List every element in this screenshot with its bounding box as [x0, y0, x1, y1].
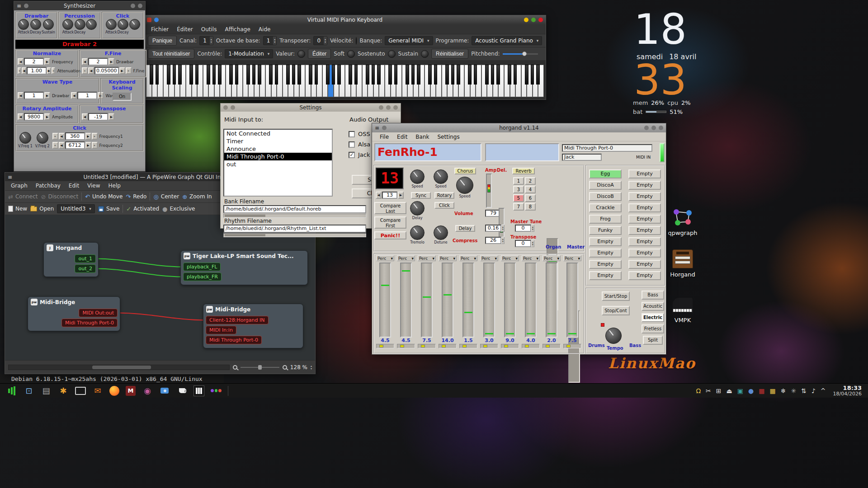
piano-black-key[interactable]	[269, 65, 273, 84]
menu-view[interactable]: View	[83, 182, 104, 190]
midi-port[interactable]: Midi Through Port-0	[61, 319, 118, 327]
attack-knob[interactable]	[62, 19, 73, 30]
midi-input-option[interactable]: Announce	[224, 145, 332, 153]
piano-black-key[interactable]	[286, 65, 290, 84]
mail-client-icon[interactable]: ✉	[92, 385, 103, 396]
attack-knob[interactable]	[18, 19, 29, 30]
reset-all-button[interactable]: Tout réinitialiser	[148, 49, 194, 59]
zoom-spinner[interactable]: ▴▾	[311, 365, 312, 370]
maximize-button[interactable]	[531, 18, 536, 22]
spin-left-button[interactable]: ◀	[59, 133, 65, 140]
preset-button[interactable]: Empty	[628, 260, 661, 269]
spin-fast-right-button[interactable]: »	[126, 67, 132, 74]
percussion-voice-select[interactable]: Perc▾	[376, 255, 394, 261]
menu-graph[interactable]: Graph	[7, 182, 32, 190]
clipboard-scissors-icon[interactable]: ✂	[706, 388, 711, 394]
piano-black-key[interactable]	[326, 65, 330, 84]
reverb-preset-8-button[interactable]: 8	[525, 203, 536, 211]
slider-handle[interactable]	[522, 52, 527, 56]
start-stop-button[interactable]: Start/Stop	[602, 291, 630, 301]
preset-button[interactable]: DiscoB	[589, 192, 622, 201]
slider-thumb[interactable]	[462, 345, 467, 347]
reverb-preset-3-button[interactable]: 3	[513, 186, 524, 193]
click-button[interactable]: Click	[434, 202, 454, 209]
midi-port[interactable]: MIDI Out:out	[79, 309, 118, 317]
spin-left-button[interactable]: ◀	[82, 58, 88, 65]
rhythm-filename-scrollbar[interactable]	[223, 233, 366, 237]
preset-button[interactable]: Empty	[628, 226, 661, 235]
menu-outils[interactable]: Outils	[197, 25, 221, 33]
audio-patch-cable[interactable]	[96, 269, 183, 277]
piano-black-key[interactable]	[417, 65, 420, 84]
slider-thumb[interactable]	[483, 345, 487, 347]
slider-thumb[interactable]	[504, 345, 508, 347]
spin-left-button[interactable]: ◀	[88, 67, 94, 74]
snowflake-icon[interactable]: ❄	[781, 388, 786, 394]
rotary-button[interactable]: Rotary	[434, 192, 454, 199]
spin-arrows[interactable]: ▴▾	[501, 237, 505, 244]
spin-left-button[interactable]: ◀	[18, 92, 24, 99]
piano-black-key[interactable]	[332, 65, 335, 84]
spin-value[interactable]: 9800	[24, 113, 44, 121]
piano-black-key[interactable]	[428, 65, 432, 84]
calendar-icon[interactable]: ▦	[769, 388, 775, 394]
minimize-button[interactable]	[524, 18, 528, 22]
minimize-button[interactable]	[379, 105, 383, 110]
mixer-pan-slider[interactable]	[542, 344, 561, 348]
menu-icon[interactable]	[223, 105, 228, 110]
piano-black-key[interactable]	[514, 65, 517, 84]
preset-name-field-2[interactable]	[485, 143, 559, 161]
checkbox[interactable]	[349, 131, 355, 137]
spin-arrows[interactable]: ▴▾	[324, 37, 327, 45]
menu-patchbay[interactable]: Patchbay	[32, 182, 65, 190]
keyboard-scaling-toggle[interactable]: On	[113, 93, 132, 101]
spin-right-button[interactable]: ▶	[47, 67, 51, 74]
detune-knob[interactable]	[434, 225, 448, 240]
scrollbar-thumb[interactable]	[92, 366, 151, 369]
piano-black-key[interactable]	[445, 65, 449, 84]
piano-black-key[interactable]	[315, 65, 318, 84]
panic-button[interactable]: Panique	[148, 36, 177, 46]
spin-fast-left-button[interactable]: «	[82, 67, 88, 74]
mixer-pan-slider[interactable]	[439, 344, 457, 348]
spin-fast-left-button[interactable]: «	[52, 142, 58, 149]
network-icon[interactable]: ⇅	[801, 388, 807, 394]
close-button[interactable]	[138, 4, 142, 8]
zoom-in-button[interactable]: ⊕Zoom In	[182, 193, 212, 200]
spin-value[interactable]: 6712	[65, 141, 85, 149]
channel-spinbox[interactable]: 1▴▾	[199, 36, 213, 45]
activated-toggle[interactable]: ✓Activated	[126, 206, 159, 212]
preset-prev-button[interactable]: ◀	[376, 192, 382, 199]
center-button[interactable]: ◎Center	[153, 193, 179, 200]
spin-right-button[interactable]: ▶	[44, 58, 50, 65]
delay-knob[interactable]	[410, 201, 425, 216]
spin-value[interactable]: 2	[24, 58, 44, 66]
master-tune-value[interactable]: 0	[515, 225, 531, 232]
percussion-voice-select[interactable]: Perc▾	[542, 255, 561, 261]
mixer-pan-slider[interactable]	[397, 344, 415, 348]
edit-button[interactable]: Éditer	[308, 49, 331, 59]
spin-right-button[interactable]: ▶	[85, 142, 91, 149]
piano-black-key[interactable]	[212, 65, 216, 84]
spin-left-button[interactable]: ◀	[59, 142, 65, 149]
menu-settings[interactable]: Settings	[433, 133, 463, 141]
piano-black-key[interactable]	[229, 65, 233, 84]
delay-button[interactable]: Delay	[455, 225, 475, 232]
audio-port[interactable]: out_1	[75, 254, 96, 263]
midi-patch-cable[interactable]	[118, 313, 206, 320]
piano-black-key[interactable]	[377, 65, 381, 84]
preset-button[interactable]: Empty	[589, 271, 622, 280]
sustain-knob[interactable]	[43, 19, 54, 30]
bank-filename-scrollbar[interactable]	[223, 214, 366, 218]
v-freq-1-knob[interactable]	[19, 132, 31, 144]
piano-black-key[interactable]	[536, 65, 540, 84]
preset-button[interactable]: Empty	[589, 260, 622, 269]
synthesizer-titlebar[interactable]: ≡ Synthesizer	[14, 1, 145, 10]
settings-gear-icon[interactable]: ✱	[58, 385, 69, 396]
redo-button[interactable]: ↷Redo	[126, 193, 146, 200]
soft-pedal-knob[interactable]	[347, 50, 355, 58]
preset-button[interactable]: Egg	[589, 169, 622, 178]
spin-value[interactable]: 0.05000	[94, 67, 119, 75]
piano-black-key[interactable]	[337, 65, 341, 84]
piano-black-key[interactable]	[354, 65, 358, 84]
